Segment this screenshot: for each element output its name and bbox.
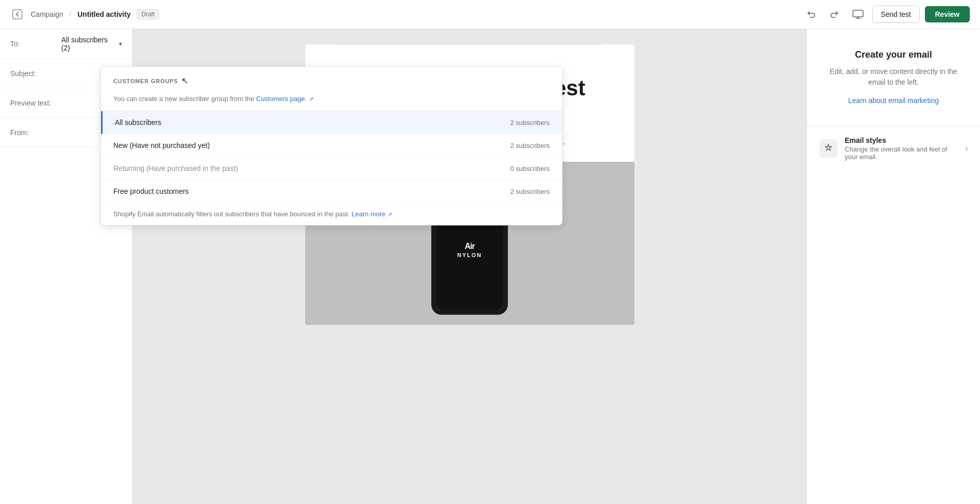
subject-label: Subject:: [10, 69, 56, 78]
svg-rect-0: [13, 10, 22, 19]
email-styles-button[interactable]: Email styles Change the overall look and…: [807, 126, 980, 171]
to-selector[interactable]: All subscribers (2) ▾: [61, 36, 122, 52]
email-styles-text: Email styles Change the overall look and…: [845, 136, 958, 161]
top-navigation: Campaign / Untitled activity Draft Send …: [0, 0, 980, 29]
dropdown-arrow-icon: ▾: [119, 40, 122, 47]
subscriber-group-new[interactable]: New (Have not purchased yet) 2 subscribe…: [101, 134, 562, 157]
cursor-icon: ↖: [181, 76, 188, 86]
group-all-count: 2 subscribers: [510, 119, 550, 127]
group-returning-count: 0 subscribers: [510, 165, 550, 172]
learn-more-link[interactable]: Learn more ↗: [352, 210, 392, 218]
email-styles-title: Email styles: [845, 136, 958, 144]
create-email-section: Create your email Edit, add, or move con…: [807, 29, 980, 126]
email-styles-chevron-icon: ›: [965, 144, 968, 153]
back-button[interactable]: [10, 7, 24, 21]
right-sidebar: Create your email Edit, add, or move con…: [806, 29, 980, 504]
group-free-label: Free product customers: [113, 187, 189, 195]
from-label: From:: [10, 129, 56, 137]
customer-groups-label: CUSTOMER GROUPS ↖: [113, 76, 550, 86]
to-label: To:: [10, 40, 56, 48]
to-row: To: All subscribers (2) ▾: [0, 29, 132, 59]
preview-button[interactable]: [849, 5, 867, 23]
phone-brand-text: Air NYLON: [457, 242, 482, 258]
create-email-desc: Edit, add, or move content directly in t…: [822, 66, 965, 88]
email-styles-icon: [819, 139, 838, 158]
customer-groups-dropdown[interactable]: CUSTOMER GROUPS ↖ You can create a new s…: [101, 66, 562, 225]
group-new-label: New (Have not purchased yet): [113, 141, 210, 149]
dropdown-header: CUSTOMER GROUPS ↖: [101, 67, 562, 91]
group-returning-label: Returning (Have purchased in the past): [113, 164, 238, 172]
nav-actions: Send test Review: [802, 5, 970, 23]
breadcrumb-separator: /: [69, 10, 71, 18]
page-title: Untitled activity: [78, 10, 131, 18]
send-test-button[interactable]: Send test: [872, 6, 920, 23]
svg-rect-1: [853, 10, 863, 17]
subscriber-group-returning[interactable]: Returning (Have purchased in the past) 0…: [101, 157, 562, 180]
learn-email-marketing-link[interactable]: Learn about email marketing: [848, 96, 939, 105]
dropdown-footer: Shopify Email automatically filters out …: [101, 203, 562, 225]
subscriber-group-all[interactable]: All subscribers 2 subscribers: [101, 111, 562, 134]
group-free-count: 2 subscribers: [510, 188, 550, 195]
subscriber-group-free[interactable]: Free product customers 2 subscribers: [101, 180, 562, 203]
redo-button[interactable]: [825, 5, 844, 23]
email-styles-desc: Change the overall look and feel of your…: [845, 145, 958, 161]
preview-text-label: Preview text:: [10, 99, 56, 107]
to-value: All subscribers (2): [61, 36, 116, 52]
group-all-label: All subscribers: [115, 118, 161, 127]
draft-badge: Draft: [137, 9, 159, 19]
campaign-breadcrumb[interactable]: Campaign: [31, 10, 63, 18]
create-email-title: Create your email: [822, 49, 965, 60]
group-new-count: 2 subscribers: [510, 142, 550, 149]
customers-page-link[interactable]: Customers page. ↗: [256, 95, 313, 103]
dropdown-info: You can create a new subscriber group fr…: [101, 91, 562, 111]
undo-button[interactable]: [802, 5, 820, 23]
review-button[interactable]: Review: [925, 6, 970, 22]
